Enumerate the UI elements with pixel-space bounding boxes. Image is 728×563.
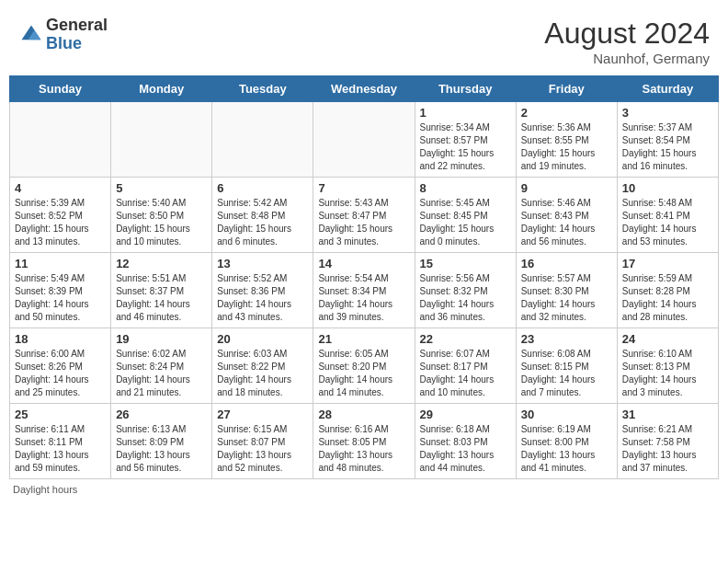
calendar-cell: [10, 102, 111, 178]
week-row-1: 1Sunrise: 5:34 AM Sunset: 8:57 PM Daylig…: [10, 102, 719, 178]
day-number: 31: [622, 408, 713, 421]
day-info: Sunrise: 5:45 AM Sunset: 8:45 PM Dayligh…: [420, 197, 511, 248]
calendar-cell: 25Sunrise: 6:11 AM Sunset: 8:11 PM Dayli…: [10, 404, 111, 479]
calendar-cell: 11Sunrise: 5:49 AM Sunset: 8:39 PM Dayli…: [10, 253, 111, 328]
calendar-cell: [111, 102, 212, 178]
day-number: 16: [521, 257, 612, 270]
day-info: Sunrise: 5:59 AM Sunset: 8:28 PM Dayligh…: [622, 272, 713, 324]
day-number: 1: [420, 106, 511, 120]
day-of-week-wednesday: Wednesday: [313, 76, 415, 102]
calendar-cell: 10Sunrise: 5:48 AM Sunset: 8:41 PM Dayli…: [617, 178, 718, 253]
calendar-cell: 22Sunrise: 6:07 AM Sunset: 8:17 PM Dayli…: [415, 328, 516, 404]
calendar-cell: 27Sunrise: 6:15 AM Sunset: 8:07 PM Dayli…: [212, 404, 313, 479]
day-info: Sunrise: 5:40 AM Sunset: 8:50 PM Dayligh…: [116, 197, 207, 248]
day-number: 6: [217, 181, 308, 195]
day-info: Sunrise: 5:54 AM Sunset: 8:34 PM Dayligh…: [318, 272, 409, 324]
day-info: Sunrise: 5:39 AM Sunset: 8:52 PM Dayligh…: [15, 197, 106, 248]
day-number: 8: [420, 181, 511, 195]
day-number: 3: [622, 106, 713, 120]
logo-icon: [18, 22, 44, 48]
calendar-cell: 17Sunrise: 5:59 AM Sunset: 8:28 PM Dayli…: [617, 253, 718, 328]
day-info: Sunrise: 5:48 AM Sunset: 8:41 PM Dayligh…: [622, 197, 713, 248]
day-number: 30: [521, 408, 612, 421]
day-number: 4: [15, 181, 106, 195]
day-number: 10: [622, 181, 713, 195]
calendar-cell: 18Sunrise: 6:00 AM Sunset: 8:26 PM Dayli…: [10, 328, 111, 404]
day-number: 11: [15, 257, 106, 270]
day-info: Sunrise: 6:00 AM Sunset: 8:26 PM Dayligh…: [15, 348, 106, 399]
calendar-cell: 1Sunrise: 5:34 AM Sunset: 8:57 PM Daylig…: [415, 102, 516, 178]
day-number: 26: [116, 408, 207, 421]
calendar-cell: 30Sunrise: 6:19 AM Sunset: 8:00 PM Dayli…: [516, 404, 617, 479]
day-info: Sunrise: 5:52 AM Sunset: 8:36 PM Dayligh…: [217, 272, 308, 324]
calendar-cell: 26Sunrise: 6:13 AM Sunset: 8:09 PM Dayli…: [111, 404, 212, 479]
calendar-cell: 2Sunrise: 5:36 AM Sunset: 8:55 PM Daylig…: [516, 102, 617, 178]
day-of-week-sunday: Sunday: [10, 76, 111, 102]
calendar-table: SundayMondayTuesdayWednesdayThursdayFrid…: [9, 75, 719, 479]
calendar-cell: 5Sunrise: 5:40 AM Sunset: 8:50 PM Daylig…: [111, 178, 212, 253]
title-area: August 2024 Naunhof, Germany: [544, 17, 710, 66]
day-info: Sunrise: 6:03 AM Sunset: 8:22 PM Dayligh…: [217, 348, 308, 399]
day-number: 18: [15, 332, 106, 346]
calendar-cell: 24Sunrise: 6:10 AM Sunset: 8:13 PM Dayli…: [617, 328, 718, 404]
logo: General Blue: [18, 17, 108, 53]
day-number: 27: [217, 408, 308, 421]
calendar-cell: 4Sunrise: 5:39 AM Sunset: 8:52 PM Daylig…: [10, 178, 111, 253]
day-of-week-monday: Monday: [111, 76, 212, 102]
day-info: Sunrise: 6:13 AM Sunset: 8:09 PM Dayligh…: [116, 423, 207, 475]
week-row-4: 18Sunrise: 6:00 AM Sunset: 8:26 PM Dayli…: [10, 328, 719, 404]
calendar-cell: 23Sunrise: 6:08 AM Sunset: 8:15 PM Dayli…: [516, 328, 617, 404]
calendar-cell: 20Sunrise: 6:03 AM Sunset: 8:22 PM Dayli…: [212, 328, 313, 404]
day-info: Sunrise: 5:57 AM Sunset: 8:30 PM Dayligh…: [521, 272, 612, 324]
day-info: Sunrise: 5:34 AM Sunset: 8:57 PM Dayligh…: [420, 121, 511, 173]
header: General Blue August 2024 Naunhof, German…: [9, 9, 719, 70]
day-number: 14: [318, 257, 409, 270]
calendar-cell: 28Sunrise: 6:16 AM Sunset: 8:05 PM Dayli…: [313, 404, 415, 479]
calendar-cell: 13Sunrise: 5:52 AM Sunset: 8:36 PM Dayli…: [212, 253, 313, 328]
day-info: Sunrise: 5:42 AM Sunset: 8:48 PM Dayligh…: [217, 197, 308, 248]
day-info: Sunrise: 6:15 AM Sunset: 8:07 PM Dayligh…: [217, 423, 308, 475]
day-number: 19: [116, 332, 207, 346]
calendar-cell: 15Sunrise: 5:56 AM Sunset: 8:32 PM Dayli…: [415, 253, 516, 328]
day-number: 9: [521, 181, 612, 195]
location: Naunhof, Germany: [544, 51, 710, 66]
week-row-5: 25Sunrise: 6:11 AM Sunset: 8:11 PM Dayli…: [10, 404, 719, 479]
calendar-cell: 12Sunrise: 5:51 AM Sunset: 8:37 PM Dayli…: [111, 253, 212, 328]
logo-blue-text: Blue: [46, 35, 108, 53]
calendar-cell: [313, 102, 415, 178]
calendar-cell: 8Sunrise: 5:45 AM Sunset: 8:45 PM Daylig…: [415, 178, 516, 253]
day-number: 24: [622, 332, 713, 346]
day-info: Sunrise: 5:46 AM Sunset: 8:43 PM Dayligh…: [521, 197, 612, 248]
day-of-week-tuesday: Tuesday: [212, 76, 313, 102]
day-number: 22: [420, 332, 511, 346]
logo-general-text: General: [46, 17, 108, 35]
calendar-cell: 19Sunrise: 6:02 AM Sunset: 8:24 PM Dayli…: [111, 328, 212, 404]
calendar-header-row: SundayMondayTuesdayWednesdayThursdayFrid…: [10, 76, 719, 102]
day-info: Sunrise: 5:49 AM Sunset: 8:39 PM Dayligh…: [15, 272, 106, 324]
calendar-cell: [212, 102, 313, 178]
week-row-3: 11Sunrise: 5:49 AM Sunset: 8:39 PM Dayli…: [10, 253, 719, 328]
day-of-week-thursday: Thursday: [415, 76, 516, 102]
calendar-cell: 29Sunrise: 6:18 AM Sunset: 8:03 PM Dayli…: [415, 404, 516, 479]
calendar-cell: 9Sunrise: 5:46 AM Sunset: 8:43 PM Daylig…: [516, 178, 617, 253]
calendar-cell: 7Sunrise: 5:43 AM Sunset: 8:47 PM Daylig…: [313, 178, 415, 253]
day-number: 13: [217, 257, 308, 270]
day-info: Sunrise: 6:21 AM Sunset: 7:58 PM Dayligh…: [622, 423, 713, 475]
day-info: Sunrise: 6:11 AM Sunset: 8:11 PM Dayligh…: [15, 423, 106, 475]
day-info: Sunrise: 6:19 AM Sunset: 8:00 PM Dayligh…: [521, 423, 612, 475]
day-number: 7: [318, 181, 409, 195]
calendar-cell: 21Sunrise: 6:05 AM Sunset: 8:20 PM Dayli…: [313, 328, 415, 404]
day-number: 28: [318, 408, 409, 421]
day-of-week-saturday: Saturday: [617, 76, 718, 102]
day-number: 29: [420, 408, 511, 421]
day-number: 17: [622, 257, 713, 270]
day-number: 20: [217, 332, 308, 346]
day-number: 5: [116, 181, 207, 195]
day-number: 15: [420, 257, 511, 270]
day-info: Sunrise: 6:02 AM Sunset: 8:24 PM Dayligh…: [116, 348, 207, 399]
day-info: Sunrise: 5:37 AM Sunset: 8:54 PM Dayligh…: [622, 121, 713, 173]
day-info: Sunrise: 6:10 AM Sunset: 8:13 PM Dayligh…: [622, 348, 713, 399]
day-info: Sunrise: 6:08 AM Sunset: 8:15 PM Dayligh…: [521, 348, 612, 399]
day-of-week-friday: Friday: [516, 76, 617, 102]
day-number: 23: [521, 332, 612, 346]
